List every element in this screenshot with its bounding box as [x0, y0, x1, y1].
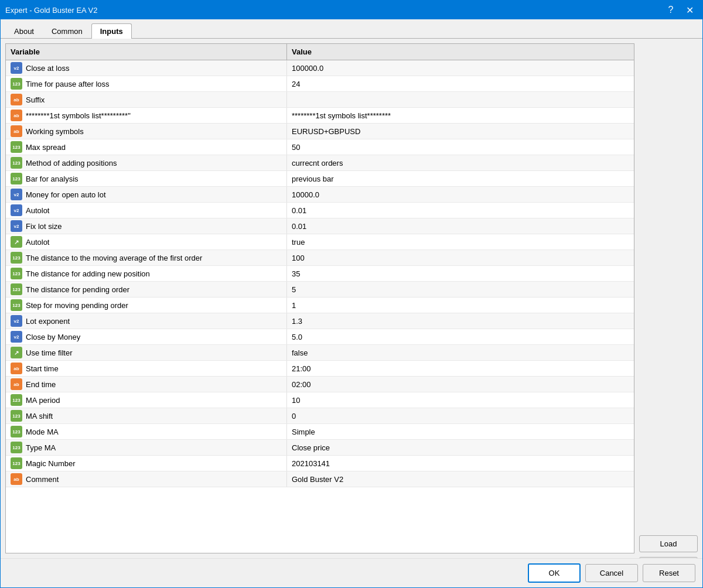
variable-label: Comment — [26, 475, 59, 484]
reset-button[interactable]: Reset — [643, 564, 695, 582]
table-row[interactable]: 123 Method of adding positions currecnt … — [6, 155, 634, 171]
v2-icon: v2 — [11, 204, 22, 216]
123-icon: 123 — [11, 141, 22, 153]
table-header: Variable Value — [6, 44, 634, 60]
table-row[interactable]: ↗ Autolot true — [6, 234, 634, 250]
cell-variable: ↗ Use time filter — [6, 345, 287, 360]
variable-label: Type MA — [26, 443, 56, 452]
cell-value: 1 — [287, 299, 634, 312]
cancel-button[interactable]: Cancel — [585, 564, 638, 582]
table-row[interactable]: 123 Mode MA Simple — [6, 424, 634, 440]
table-row[interactable]: ab ********1st symbols list*********" **… — [6, 108, 634, 124]
cell-variable: v2 Lot exponent — [6, 313, 287, 329]
table-row[interactable]: 123 The distance for adding new position… — [6, 266, 634, 282]
variable-label: The distance for pending order — [26, 285, 129, 294]
content-area: Variable Value v2 Close at loss 100000.0… — [1, 39, 702, 558]
variable-label: Working symbols — [26, 127, 84, 136]
cell-value: 10000.0 — [287, 189, 634, 201]
table-row[interactable]: ↗ Use time filter false — [6, 345, 634, 361]
table-row[interactable]: 123 MA period 10 — [6, 392, 634, 408]
arrow-icon: ↗ — [11, 347, 22, 358]
cell-value: 02:00 — [287, 378, 634, 391]
tab-about[interactable]: About — [5, 23, 43, 39]
123-icon: 123 — [11, 457, 22, 469]
table-row[interactable]: 123 Magic Number 202103141 — [6, 456, 634, 471]
variable-label: Method of adding positions — [26, 159, 117, 167]
variable-label: Close by Money — [26, 333, 80, 341]
table-row[interactable]: v2 Fix lot size 0.01 — [6, 218, 634, 234]
cell-variable: 123 Type MA — [6, 440, 287, 455]
load-button[interactable]: Load — [639, 535, 698, 552]
cell-value: 35 — [287, 268, 634, 280]
tab-inputs[interactable]: Inputs — [91, 23, 132, 39]
ab-icon: ab — [11, 94, 22, 105]
ab-icon: ab — [11, 473, 22, 485]
table-row[interactable]: ab Working symbols EURUSD+GBPUSD — [6, 124, 634, 139]
variable-label: Money for open auto lot — [26, 190, 106, 199]
cell-value: Gold Buster V2 — [287, 473, 634, 486]
cell-value: currecnt orders — [287, 157, 634, 169]
cell-variable: ↗ Autolot — [6, 234, 287, 249]
cell-value: 24 — [287, 78, 634, 90]
variable-label: Time for pause after loss — [26, 80, 110, 88]
cell-variable: 123 MA shift — [6, 408, 287, 423]
123-icon: 123 — [11, 78, 22, 90]
cell-value: 100 — [287, 252, 634, 264]
table-row[interactable]: 123 Step for moving pending order 1 — [6, 298, 634, 313]
ok-button[interactable]: OK — [528, 563, 581, 583]
cell-variable: 123 Max spread — [6, 139, 287, 155]
variable-label: MA period — [26, 396, 60, 405]
variable-label: Start time — [26, 364, 59, 373]
table-row[interactable]: ab End time 02:00 — [6, 377, 634, 392]
close-button[interactable]: ✕ — [681, 2, 698, 18]
cell-value — [287, 98, 634, 101]
cell-variable: 123 Mode MA — [6, 424, 287, 439]
variable-label: Step for moving pending order — [26, 301, 128, 310]
table-row[interactable]: v2 Autolot 0.01 — [6, 203, 634, 218]
variable-label: Close at loss — [26, 64, 69, 73]
cell-variable: 123 Bar for analysis — [6, 171, 287, 186]
v2-icon: v2 — [11, 220, 22, 232]
table-row[interactable]: v2 Money for open auto lot 10000.0 — [6, 187, 634, 203]
variable-label: ********1st symbols list*********" — [26, 111, 131, 120]
table-row[interactable]: 123 Max spread 50 — [6, 139, 634, 155]
table-row[interactable]: 123 MA shift 0 — [6, 408, 634, 424]
variable-label: The distance for adding new position — [26, 269, 150, 278]
header-variable: Variable — [6, 44, 287, 60]
123-icon: 123 — [11, 299, 22, 311]
ab-icon: ab — [11, 110, 22, 121]
cell-variable: v2 Fix lot size — [6, 218, 287, 234]
variable-label: The distance to the moving average of th… — [26, 254, 202, 262]
cell-value: 5.0 — [287, 331, 634, 343]
cell-variable: 123 The distance to the moving average o… — [6, 250, 287, 265]
table-row[interactable]: v2 Close by Money 5.0 — [6, 329, 634, 345]
cell-value: 100000.0 — [287, 62, 634, 74]
variable-label: Autolot — [26, 238, 49, 247]
ab-icon: ab — [11, 125, 22, 137]
table-row[interactable]: 123 Bar for analysis previous bar — [6, 171, 634, 187]
table-row[interactable]: 123 Type MA Close price — [6, 440, 634, 456]
variable-label: Magic Number — [26, 459, 76, 468]
123-icon: 123 — [11, 394, 22, 406]
table-row[interactable]: ab Comment Gold Buster V2 — [6, 471, 634, 487]
cell-value: 21:00 — [287, 363, 634, 375]
cell-value: Close price — [287, 442, 634, 454]
cell-variable: v2 Autolot — [6, 203, 287, 218]
v2-icon: v2 — [11, 331, 22, 343]
tab-common[interactable]: Common — [43, 23, 91, 39]
cell-value: Simple — [287, 426, 634, 438]
table-body[interactable]: v2 Close at loss 100000.0 123 Time for p… — [6, 60, 634, 553]
cell-variable: v2 Money for open auto lot — [6, 187, 287, 202]
table-row[interactable]: 123 The distance for pending order 5 — [6, 282, 634, 298]
help-button[interactable]: ? — [663, 2, 679, 18]
title-bar: Expert - Gold Buster EA V2 ? ✕ — [1, 1, 702, 19]
table-row[interactable]: 123 Time for pause after loss 24 — [6, 76, 634, 92]
table-row[interactable]: 123 The distance to the moving average o… — [6, 250, 634, 266]
cell-variable: ab ********1st symbols list*********" — [6, 108, 287, 123]
cell-value: ********1st symbols list******** — [287, 110, 634, 122]
table-row[interactable]: v2 Close at loss 100000.0 — [6, 60, 634, 76]
table-row[interactable]: v2 Lot exponent 1.3 — [6, 313, 634, 329]
cell-variable: ab End time — [6, 377, 287, 392]
table-row[interactable]: ab Start time 21:00 — [6, 361, 634, 377]
table-row[interactable]: ab Suffix — [6, 92, 634, 108]
